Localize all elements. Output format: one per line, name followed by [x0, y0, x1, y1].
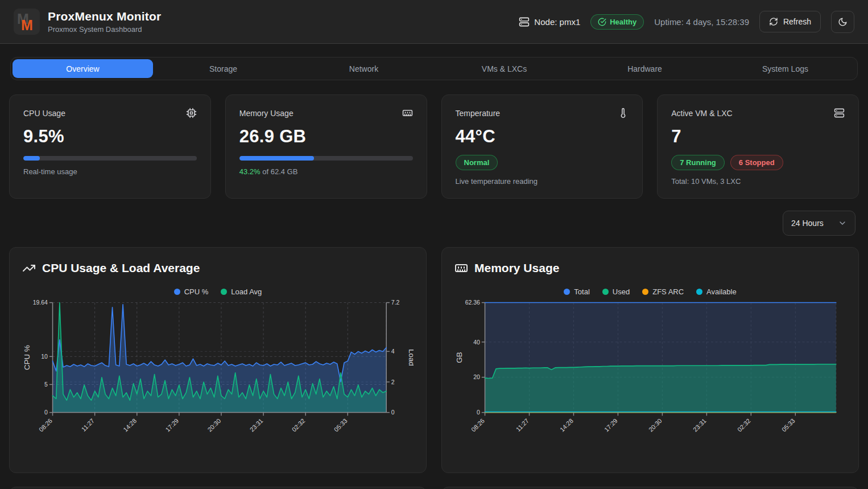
legend-item-zfs-arc: ZFS ARC: [642, 287, 684, 296]
cpu-chart-title: CPU Usage & Load Average: [42, 261, 200, 275]
svg-text:23:31: 23:31: [692, 417, 708, 433]
svg-text:2: 2: [391, 379, 395, 385]
moon-icon: [838, 17, 848, 27]
cpu-load-chart-card: CPU Usage & Load Average CPU %Load Avg 0…: [9, 247, 427, 473]
chevron-down-icon: [838, 219, 847, 228]
cpu-usage-card: CPU Usage 9.5% Real-time usage: [9, 94, 211, 199]
app-logo: M M: [14, 9, 40, 35]
temperature-value: 44°C: [456, 126, 629, 147]
legend-item-total: Total: [564, 287, 589, 296]
memory-percent: 43.2%: [239, 167, 261, 176]
refresh-button[interactable]: Refresh: [759, 11, 821, 32]
thermometer-icon: [618, 108, 629, 118]
health-badge: Healthy: [590, 14, 644, 30]
svg-text:08:26: 08:26: [470, 417, 486, 433]
refresh-icon: [769, 17, 778, 26]
temperature-card-title: Temperature: [456, 109, 501, 118]
memory-progress-bar: [239, 156, 413, 161]
svg-text:4: 4: [391, 348, 395, 355]
tab-network[interactable]: Network: [294, 59, 434, 78]
svg-text:5: 5: [44, 381, 48, 388]
time-range-value: 24 Hours: [791, 219, 824, 228]
svg-text:17:29: 17:29: [603, 417, 619, 433]
tab-system-logs[interactable]: System Logs: [715, 59, 855, 78]
health-badge-label: Healthy: [610, 18, 636, 26]
svg-text:08:26: 08:26: [38, 417, 53, 433]
temperature-status-badge: Normal: [456, 155, 498, 170]
svg-text:0: 0: [477, 409, 480, 416]
svg-text:02:32: 02:32: [291, 417, 307, 433]
theme-toggle-button[interactable]: [831, 11, 854, 33]
svg-text:40: 40: [473, 339, 480, 346]
vm-count-value: 7: [671, 126, 845, 147]
node-indicator: Node: pmx1: [519, 17, 580, 27]
svg-text:20: 20: [473, 373, 480, 380]
app-header: M M ProxMenux Monitor Proxmox System Das…: [0, 0, 868, 44]
svg-text:20:30: 20:30: [206, 417, 222, 433]
memory-value: 26.9 GB: [239, 126, 413, 147]
svg-text:GB: GB: [455, 352, 464, 363]
node-label: Node: pmx1: [534, 17, 580, 27]
svg-text:62.36: 62.36: [465, 299, 480, 306]
svg-text:17:29: 17:29: [164, 417, 180, 433]
svg-text:0: 0: [391, 409, 395, 416]
tab-hardware[interactable]: Hardware: [574, 59, 715, 78]
memory-usage-card: Memory Usage 26.9 GB 43.2% of 62.4 GB: [225, 94, 427, 199]
temperature-card: Temperature 44°C Normal Live temperature…: [441, 94, 643, 199]
temperature-subtitle: Live temperature reading: [456, 177, 629, 186]
trending-up-icon: [22, 261, 36, 275]
legend-item-cpu-: CPU %: [174, 287, 209, 296]
server-stack-icon: [834, 108, 845, 118]
tab-overview[interactable]: Overview: [13, 59, 153, 78]
memory-subtitle: 43.2% of 62.4 GB: [239, 167, 413, 176]
svg-text:14:28: 14:28: [122, 417, 138, 433]
tab-storage[interactable]: Storage: [153, 59, 294, 78]
cpu-subtitle: Real-time usage: [23, 167, 197, 176]
memory-card-title: Memory Usage: [239, 109, 294, 118]
svg-text:20:30: 20:30: [647, 417, 663, 433]
vm-running-badge: 7 Running: [671, 155, 725, 170]
legend-item-available: Available: [696, 287, 737, 296]
cpu-value: 9.5%: [23, 126, 197, 147]
stats-row: CPU Usage 9.5% Real-time usage Memory Us…: [9, 94, 859, 199]
svg-text:11:27: 11:27: [80, 417, 96, 433]
page-title: ProxMenux Monitor: [48, 10, 161, 23]
legend-item-load-avg: Load Avg: [221, 287, 262, 296]
svg-text:19.64: 19.64: [33, 299, 48, 306]
svg-text:CPU %: CPU %: [23, 345, 31, 370]
svg-text:02:32: 02:32: [736, 417, 752, 433]
svg-text:10: 10: [41, 353, 48, 360]
memory-chart-card: Memory Usage TotalUsedZFS ARCAvailable 0…: [441, 247, 859, 473]
check-circle-icon: [598, 18, 606, 26]
server-icon: [519, 17, 530, 27]
tab-vms-lxcs[interactable]: VMs & LXCs: [434, 59, 574, 78]
svg-text:7.2: 7.2: [391, 299, 400, 306]
vm-card-title: Active VM & LXC: [671, 109, 732, 118]
main-tabbar: OverviewStorageNetworkVMs & LXCsHardware…: [10, 57, 858, 80]
cpu-chart-legend: CPU %Load Avg: [22, 287, 414, 296]
memory-stick-icon: [454, 261, 468, 275]
svg-text:23:31: 23:31: [249, 417, 264, 433]
svg-text:05:33: 05:33: [333, 417, 349, 433]
refresh-button-label: Refresh: [783, 17, 811, 26]
vm-subtitle: Total: 10 VMs, 3 LXC: [671, 177, 845, 186]
memory-chart-title: Memory Usage: [474, 261, 559, 275]
svg-text:14:28: 14:28: [559, 417, 574, 433]
time-range-select[interactable]: 24 Hours: [783, 211, 855, 236]
bottom-left-card: [9, 487, 427, 489]
legend-item-used: Used: [602, 287, 630, 296]
svg-text:M: M: [21, 17, 33, 33]
svg-text:05:33: 05:33: [780, 417, 796, 433]
cpu-icon: [186, 108, 197, 118]
vm-stopped-badge: 6 Stopped: [730, 155, 783, 170]
memory-chart-legend: TotalUsedZFS ARCAvailable: [454, 287, 846, 296]
cpu-progress-bar: [23, 156, 197, 161]
cpu-card-title: CPU Usage: [23, 109, 65, 118]
active-vm-card: Active VM & LXC 7 7 Running 6 Stopped To…: [657, 94, 859, 199]
cpu-load-chart: 08:2611:2714:2817:2920:3023:3102:3205:33…: [22, 297, 414, 443]
uptime-text: Uptime: 4 days, 15:28:39: [654, 17, 749, 27]
page-subtitle: Proxmox System Dashboard: [48, 25, 161, 34]
memory-stick-icon: [402, 108, 413, 118]
svg-text:11:27: 11:27: [515, 417, 530, 433]
svg-text:0: 0: [44, 409, 48, 416]
